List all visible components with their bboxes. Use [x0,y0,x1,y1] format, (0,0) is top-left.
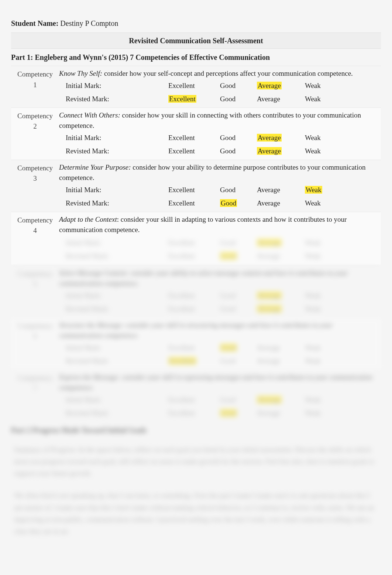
competency-label: Competency 3 [11,162,59,210]
revisted-mark-label: Revisted Mark: [59,94,166,105]
blurred-section: Competency 5 Select Message Content: con… [11,265,381,543]
student-name-value: Destiny P Compton [60,19,118,27]
part1-header: Part 1: Engleberg and Wynn's (2015) 7 Co… [11,49,381,66]
rating-average: Average [255,94,303,105]
competency-body: Know Thy Self: consider how your self-co… [59,68,381,106]
rating-excellent: Excellent [166,146,218,157]
competency-4-row: Competency 4 Adapt to the Context: consi… [11,212,381,265]
reflection-paragraph: We often find it not speaking up, that I… [11,484,381,542]
initial-mark-label: Initial Mark: [59,185,166,195]
rating-good: Good [218,94,255,105]
blurred-content: Initial Mark: Excellent Good Average Wea… [59,236,377,263]
rating-good: Good [218,133,255,143]
rating-average: Average [255,146,303,157]
rating-average: Average [255,198,303,209]
competency-description: Know Thy Self: consider how your self-co… [59,68,377,79]
competency-title: Know Thy Self: [59,69,102,77]
rating-excellent: Excellent [166,94,218,105]
competency-title: Determine Your Purpose: [59,163,131,171]
rating-weak: Weak [303,185,354,195]
revisted-mark-line: Revisted Mark: Excellent Good Average We… [59,197,377,210]
rating-good: Good [218,81,255,91]
rating-weak: Weak [303,133,354,143]
rating-excellent: Excellent [166,81,218,91]
rating-weak: Weak [303,81,354,91]
competency-label: Competency 4 [11,214,59,263]
student-name-label: Student Name: [11,19,58,27]
competency-7-row: Competency 7 Express the Message: consid… [11,370,381,422]
rating-average: Average [255,81,303,91]
revisted-mark-line: Revisted Mark: Excellent Good Average We… [59,144,377,158]
document-title: Revisited Communication Self-Assessment [11,33,381,49]
competency-3-row: Competency 3 Determine Your Purpose: con… [11,160,381,212]
rating-average: Average [255,185,303,195]
competency-description: Determine Your Purpose: consider how you… [59,162,377,183]
initial-mark-label: Initial Mark: [59,133,166,143]
competency-title: Connect With Others: [59,111,120,119]
competency-body: Adapt to the Context: consider your skil… [59,214,381,263]
rating-excellent: Excellent [166,198,218,209]
initial-mark-line: Initial Mark: Excellent Good Average Wea… [59,236,377,250]
initial-mark-line: Initial Mark: Excellent Good Average Wea… [59,183,377,197]
competency-label: Competency 1 [11,68,59,106]
competency-description: Connect With Others: consider how your s… [59,110,377,131]
part2-header: Part 2 Progress Made Toward Initial Goal… [11,422,381,439]
competency-label: Competency 2 [11,110,59,158]
rating-good: Good [218,146,255,157]
rating-weak: Weak [303,198,354,209]
summary-paragraph: Summary of Progress: In the space below,… [11,439,381,485]
initial-mark-label: Initial Mark: [59,81,166,91]
initial-mark-line: Initial Mark: Excellent Good Average Wea… [59,131,377,145]
rating-good: Good [218,198,255,209]
rating-average: Average [255,133,303,143]
revisted-mark-line: Revisted Mark: Excellent Good Average We… [59,92,377,106]
rating-good: Good [218,185,255,195]
student-name-line: Student Name: Destiny P Compton [11,15,381,33]
competency-body: Connect With Others: consider how your s… [59,110,381,158]
competency-1-row: Competency 1 Know Thy Self: consider how… [11,66,381,108]
revisted-mark-label: Revisted Mark: [59,198,166,209]
competency-description: Adapt to the Context: consider your skil… [59,214,377,235]
rating-weak: Weak [303,94,354,105]
competency-6-row: Competency 6 Structure the Message: cons… [11,317,381,370]
competency-5-row: Competency 5 Select Message Content: con… [11,265,381,317]
rating-weak: Weak [303,146,354,157]
revisted-mark-label: Revisted Mark: [59,146,166,157]
competency-title: Adapt to the Context [59,215,117,223]
competency-body: Determine Your Purpose: consider how you… [59,162,381,210]
revisted-mark-line: Revisted Mark: Excellent Good Average We… [59,249,377,263]
initial-mark-line: Initial Mark: Excellent Good Average Wea… [59,79,377,93]
rating-excellent: Excellent [166,133,218,143]
competency-2-row: Competency 2 Connect With Others: consid… [11,108,381,160]
rating-excellent: Excellent [166,185,218,195]
